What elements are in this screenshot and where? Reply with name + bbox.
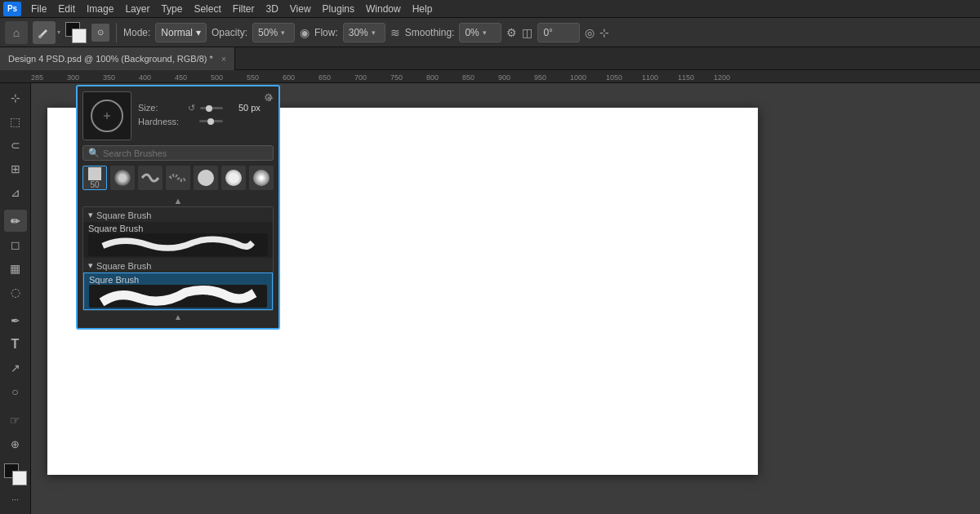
size-value: 50 px bbox=[228, 103, 261, 113]
tool-hand[interactable]: ☞ bbox=[4, 410, 27, 432]
tool-gradient[interactable]: ▦ bbox=[4, 258, 27, 280]
tool-lasso[interactable]: ⊂ bbox=[4, 134, 27, 156]
menu-type[interactable]: Type bbox=[156, 2, 187, 16]
extra-icon[interactable]: ⊹ bbox=[599, 26, 609, 39]
main-area: ⊹ ⬚ ⊂ ⊞ ⊿ ✏ ◻ ▦ ◌ ✒ T ↗ ○ ☞ ⊕ ··· 0 50 1 bbox=[0, 83, 980, 514]
mode-value: Normal bbox=[161, 27, 193, 38]
preset-round-soft[interactable] bbox=[110, 166, 135, 190]
tool-more[interactable]: ··· bbox=[4, 489, 27, 511]
left-toolbar: ⊹ ⬚ ⊂ ⊞ ⊿ ✏ ◻ ▦ ◌ ✒ T ↗ ○ ☞ ⊕ ··· bbox=[0, 83, 31, 514]
ruler-label-1100: 1100 bbox=[642, 73, 678, 82]
preset-square-50[interactable]: 50 bbox=[82, 166, 107, 190]
flow-icon[interactable]: ≋ bbox=[390, 26, 400, 39]
flow-label: Flow: bbox=[314, 27, 338, 38]
size-slider[interactable] bbox=[200, 107, 223, 109]
brush-group-name-2: Square Brush bbox=[96, 261, 151, 271]
brush-params: Size: ↺ 50 px Hardness: bbox=[138, 103, 261, 130]
menu-plugins[interactable]: Plugins bbox=[318, 2, 359, 16]
ruler-label-550: 550 bbox=[247, 73, 283, 82]
tool-crop[interactable]: ⊞ bbox=[4, 157, 27, 179]
tool-text[interactable]: T bbox=[4, 334, 27, 356]
brush-group-expand-icon-2: ▾ bbox=[88, 260, 93, 271]
tabs-bar: Design 4 PSD.psd @ 100% (Background, RGB… bbox=[0, 47, 980, 70]
toolbar-swatches[interactable] bbox=[4, 463, 27, 485]
menu-layer[interactable]: Layer bbox=[120, 2, 154, 16]
brush-list-item-2[interactable]: Squre Brush bbox=[83, 273, 273, 310]
toolbar-bg-swatch[interactable] bbox=[12, 471, 27, 485]
brush-list-scroll-down[interactable]: ▲ bbox=[82, 311, 274, 323]
angle-value-field[interactable]: 0° bbox=[537, 23, 580, 42]
tool-zoom[interactable]: ⊕ bbox=[4, 433, 27, 455]
flow-dropdown[interactable]: 30% ▾ bbox=[343, 23, 385, 42]
document-tab[interactable]: Design 4 PSD.psd @ 100% (Background, RGB… bbox=[0, 47, 235, 70]
brush-search-input[interactable] bbox=[103, 148, 268, 158]
target-icon[interactable]: ◎ bbox=[585, 26, 595, 39]
mode-dropdown[interactable]: Normal ▾ bbox=[155, 23, 207, 42]
ruler-label-750: 750 bbox=[390, 73, 426, 82]
menu-view[interactable]: View bbox=[285, 2, 316, 16]
tool-brush[interactable]: ✏ bbox=[4, 210, 27, 232]
menu-file[interactable]: File bbox=[26, 2, 51, 16]
brush-list-scroll-up[interactable]: ▲ bbox=[82, 195, 274, 206]
options-bar: ⌂ ▾ ⊙ Mode: Normal ▾ Opacity: 50% ▾ ◉ Fl… bbox=[0, 18, 980, 47]
tool-eraser[interactable]: ◻ bbox=[4, 233, 27, 255]
tool-blur[interactable]: ◌ bbox=[4, 281, 27, 304]
tool-selection[interactable]: ⬚ bbox=[4, 110, 27, 132]
smoothing-label: Smoothing: bbox=[405, 27, 455, 38]
home-icon: ⌂ bbox=[13, 26, 20, 39]
search-icon: 🔍 bbox=[88, 148, 100, 158]
ruler-label-1150: 1150 bbox=[678, 73, 714, 82]
angle-icon[interactable]: ◫ bbox=[522, 26, 532, 39]
preset-stipple[interactable] bbox=[166, 166, 190, 190]
hardness-param-row: Hardness: bbox=[138, 117, 261, 126]
scroll-down-icon: ▲ bbox=[174, 312, 182, 321]
color-swatches[interactable] bbox=[65, 22, 87, 43]
brush-tool-group: ▾ bbox=[33, 21, 60, 44]
settings-icon[interactable]: ⚙ bbox=[506, 26, 517, 39]
opacity-dropdown[interactable]: 50% ▾ bbox=[252, 23, 295, 42]
preset-tapered[interactable] bbox=[138, 166, 163, 190]
brush-list-item-1[interactable]: Square Brush bbox=[83, 222, 273, 258]
canvas-container: 0 50 100 150 200 250 300 350 400 ⚙ bbox=[31, 83, 980, 514]
menu-help[interactable]: Help bbox=[408, 2, 438, 16]
preset-round-hard[interactable] bbox=[194, 166, 218, 190]
smoothing-value: 0% bbox=[465, 27, 479, 38]
tab-close-button[interactable]: × bbox=[221, 54, 226, 64]
tool-move[interactable]: ⊹ bbox=[4, 86, 27, 109]
tool-shape[interactable]: ○ bbox=[4, 381, 27, 403]
hardness-slider[interactable] bbox=[199, 120, 223, 122]
menu-select[interactable]: Select bbox=[189, 2, 225, 16]
brush-panel-settings-button[interactable]: ⚙ bbox=[264, 91, 274, 104]
ruler-ticks: 285 300 350 400 450 500 550 600 650 700 … bbox=[31, 73, 750, 82]
tool-eyedropper[interactable]: ⊿ bbox=[4, 181, 27, 203]
opacity-label: Opacity: bbox=[212, 27, 247, 38]
home-button[interactable]: ⌂ bbox=[5, 21, 28, 44]
ruler-label-1050: 1050 bbox=[606, 73, 642, 82]
size-refresh-icon[interactable]: ↺ bbox=[188, 103, 195, 113]
erase-button[interactable]: ⊙ bbox=[91, 24, 109, 42]
preset-round-med[interactable] bbox=[221, 166, 246, 190]
menu-filter[interactable]: Filter bbox=[228, 2, 260, 16]
menu-window[interactable]: Window bbox=[361, 2, 406, 16]
brush-item-preview-1 bbox=[88, 233, 268, 256]
brush-tool-button[interactable] bbox=[33, 21, 56, 44]
size-slider-thumb bbox=[206, 105, 212, 112]
brush-dropdown[interactable]: ▾ bbox=[57, 29, 60, 36]
mode-label: Mode: bbox=[123, 27, 150, 38]
smoothing-chevron-icon: ▾ bbox=[483, 29, 487, 37]
preset-soft-edge[interactable] bbox=[249, 166, 274, 190]
tool-pen[interactable]: ✒ bbox=[4, 310, 27, 332]
hardness-label: Hardness: bbox=[138, 117, 183, 126]
brush-search-row: 🔍 bbox=[82, 145, 274, 161]
menu-edit[interactable]: Edit bbox=[53, 2, 80, 16]
menu-3d[interactable]: 3D bbox=[261, 2, 283, 16]
smoothing-dropdown[interactable]: 0% ▾ bbox=[459, 23, 501, 42]
opacity-icon[interactable]: ◉ bbox=[300, 26, 310, 39]
canvas-area[interactable]: ⚙ Size: ↺ bbox=[31, 83, 980, 514]
background-color[interactable] bbox=[72, 29, 87, 43]
menu-image[interactable]: Image bbox=[82, 2, 118, 16]
brush-group-label-1: ▾ Square Brush bbox=[83, 207, 273, 222]
brush-list[interactable]: ▾ Square Brush Square Brush bbox=[82, 206, 274, 311]
tool-path-select[interactable]: ↗ bbox=[4, 357, 27, 379]
horizontal-ruler: 285 300 350 400 450 500 550 600 650 700 … bbox=[0, 70, 980, 83]
